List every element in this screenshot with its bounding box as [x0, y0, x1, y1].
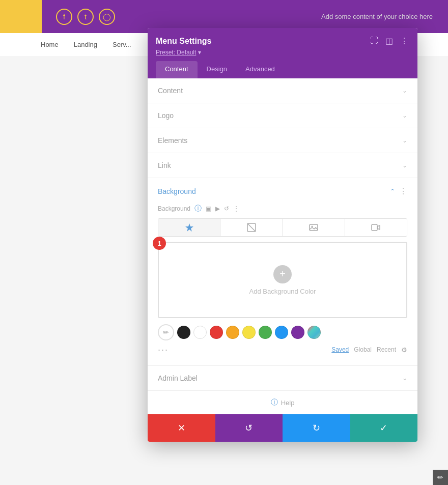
add-color-text: Add Background Color	[249, 288, 316, 295]
modal-tabs: Content Design Advanced	[156, 61, 409, 78]
link-accordion-header[interactable]: Link ⌄	[148, 153, 417, 178]
link-chevron: ⌄	[402, 162, 407, 169]
svg-rect-4	[372, 224, 377, 231]
admin-label-accordion-header[interactable]: Admin Label ⌄	[148, 366, 417, 390]
modal-body: Content ⌄ Logo ⌄ Elements ⌄ Link ⌄	[148, 78, 417, 414]
swatch-orange[interactable]	[226, 326, 239, 339]
elements-section: Elements ⌄	[148, 128, 417, 153]
bg-help-icon[interactable]: ⓘ	[194, 204, 202, 213]
color-swatches-row: ✏	[158, 324, 407, 340]
modal-title: Menu Settings	[156, 37, 211, 46]
bg-reset-icon[interactable]: ↺	[224, 205, 229, 212]
color-picker-button[interactable]: ✏	[158, 324, 174, 340]
header-text: Add some content of your choice here	[321, 13, 438, 20]
split-icon[interactable]: ◫	[384, 35, 394, 47]
swatch-black[interactable]	[177, 326, 190, 339]
svg-line-1	[247, 223, 256, 232]
nav-home[interactable]: Home	[41, 41, 59, 48]
pen-icon: ✏	[163, 328, 169, 336]
swatch-yellow[interactable]	[242, 326, 256, 339]
modal-preset[interactable]: Preset: Default ▾	[156, 49, 409, 56]
redo-button[interactable]: ↻	[283, 414, 350, 442]
help-text[interactable]: Help	[281, 399, 295, 407]
background-section: Background ⌃ ⋮ Background ⓘ ▣ ▶ ↺ ⋮	[148, 178, 417, 366]
color-badge: 1	[153, 237, 166, 250]
modal-panel: Menu Settings ⛶ ◫ ⋮ Preset: Default ▾ Co…	[148, 28, 417, 442]
corner-edit-icon[interactable]: ✏	[433, 470, 448, 485]
tab-design[interactable]: Design	[198, 61, 236, 78]
bg-controls-row: Background ⓘ ▣ ▶ ↺ ⋮	[158, 204, 407, 213]
bg-type-image[interactable]	[283, 219, 345, 236]
color-area: 1 + Add Background Color	[158, 242, 407, 318]
save-button[interactable]: ✓	[350, 414, 418, 442]
color-tab-saved[interactable]: Saved	[331, 346, 349, 354]
link-label: Link	[158, 161, 171, 169]
content-chevron: ⌄	[402, 87, 407, 94]
swatch-gradient[interactable]	[307, 326, 321, 339]
social-icons: f t ◯	[56, 9, 115, 25]
content-accordion-header[interactable]: Content ⌄	[148, 78, 417, 103]
logo-accordion-header[interactable]: Logo ⌄	[148, 103, 417, 128]
admin-label-chevron: ⌄	[402, 375, 407, 382]
color-more-dots[interactable]: ···	[158, 345, 169, 355]
cancel-button[interactable]: ✕	[148, 414, 215, 442]
logo-label: Logo	[158, 111, 174, 120]
modal-header-icons: ⛶ ◫ ⋮	[369, 35, 409, 47]
swatch-purple[interactable]	[291, 326, 304, 339]
elements-accordion-header[interactable]: Elements ⌄	[148, 128, 417, 153]
bg-type-none[interactable]	[220, 219, 283, 236]
modal-footer: ✕ ↺ ↻ ✓	[148, 414, 417, 442]
content-section: Content ⌄	[148, 78, 417, 103]
color-filter-tabs: Saved Global Recent ⚙	[331, 346, 407, 354]
background-controls: Background ⓘ ▣ ▶ ↺ ⋮	[148, 204, 417, 365]
more-icon[interactable]: ⋮	[399, 35, 409, 47]
bg-cursor-icon[interactable]: ▶	[215, 205, 220, 212]
swatch-green[interactable]	[259, 326, 272, 339]
admin-label-label: Admin Label	[158, 374, 198, 382]
facebook-icon[interactable]: f	[56, 9, 72, 25]
help-row: ⓘ Help	[148, 391, 417, 414]
color-settings-icon[interactable]: ⚙	[401, 346, 407, 354]
svg-rect-2	[310, 224, 318, 231]
help-icon: ⓘ	[271, 398, 278, 407]
color-tab-global[interactable]: Global	[354, 346, 372, 354]
bg-type-color[interactable]	[158, 219, 220, 236]
website-header-left	[0, 0, 42, 33]
logo-chevron: ⌄	[402, 112, 407, 119]
color-tabs-row: ··· Saved Global Recent ⚙	[158, 345, 407, 355]
bg-label: Background	[158, 205, 190, 212]
tab-content[interactable]: Content	[156, 61, 198, 78]
elements-label: Elements	[158, 136, 187, 145]
swatch-red[interactable]	[210, 326, 223, 339]
instagram-icon[interactable]: ◯	[99, 9, 115, 25]
swatch-blue[interactable]	[275, 326, 288, 339]
add-color-button[interactable]: + Add Background Color	[249, 265, 316, 295]
twitter-icon[interactable]: t	[77, 9, 94, 25]
background-chevron: ⌃	[390, 188, 395, 195]
add-color-icon: +	[273, 265, 292, 283]
content-label: Content	[158, 87, 183, 95]
bg-mobile-icon[interactable]: ▣	[206, 205, 211, 212]
bg-type-video[interactable]	[345, 219, 407, 236]
pencil-icon: ✏	[437, 473, 443, 481]
modal-header: Menu Settings ⛶ ◫ ⋮ Preset: Default ▾ Co…	[148, 28, 417, 78]
undo-button[interactable]: ↺	[215, 414, 283, 442]
color-tab-recent[interactable]: Recent	[377, 346, 396, 354]
logo-section: Logo ⌄	[148, 103, 417, 128]
nav-services[interactable]: Serv...	[113, 41, 131, 48]
bg-more-icon[interactable]: ⋮	[233, 205, 239, 212]
link-section: Link ⌄	[148, 153, 417, 178]
svg-point-3	[312, 226, 313, 227]
expand-icon[interactable]: ⛶	[369, 35, 379, 47]
background-accordion-header[interactable]: Background ⌃ ⋮	[148, 178, 417, 204]
nav-landing[interactable]: Landing	[74, 41, 97, 48]
admin-label-section: Admin Label ⌄	[148, 366, 417, 391]
bg-type-tabs	[158, 218, 407, 237]
modal-title-row: Menu Settings ⛶ ◫ ⋮	[156, 35, 409, 47]
tab-advanced[interactable]: Advanced	[236, 61, 284, 78]
background-more-icon[interactable]: ⋮	[399, 186, 407, 196]
swatch-white[interactable]	[193, 326, 207, 339]
background-label: Background	[158, 187, 196, 195]
elements-chevron: ⌄	[402, 137, 407, 144]
